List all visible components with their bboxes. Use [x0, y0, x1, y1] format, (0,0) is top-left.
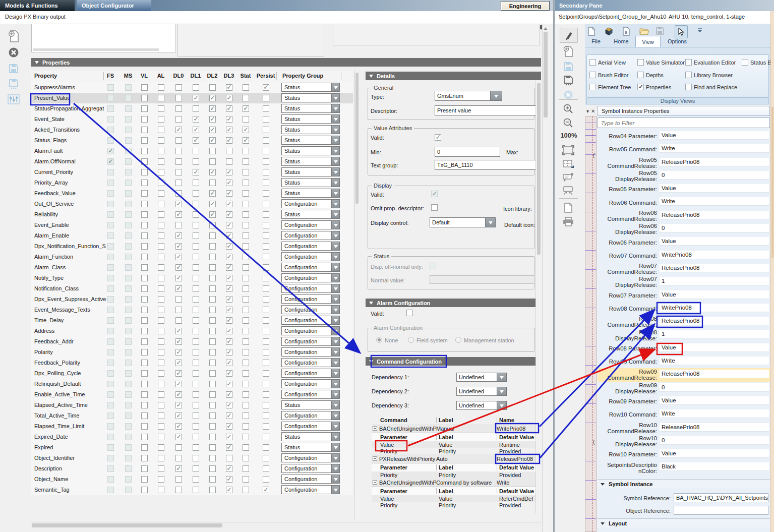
- display-valid-checkbox[interactable]: [431, 191, 438, 197]
- panel-menu-icon[interactable]: ▾: [586, 108, 589, 114]
- checkbox-fs[interactable]: [107, 158, 114, 165]
- ribbon-checkbox-brush-editor[interactable]: [589, 72, 596, 78]
- checkbox-dl0[interactable]: [175, 232, 182, 239]
- checkbox-fs[interactable]: [107, 190, 114, 197]
- checkbox-al[interactable]: [158, 285, 164, 292]
- dropdown-button[interactable]: [331, 252, 340, 261]
- checkbox-vl[interactable]: [141, 190, 148, 197]
- checkbox-stat[interactable]: [243, 190, 249, 197]
- dropdown-button[interactable]: [331, 242, 340, 251]
- fit-to-view-icon[interactable]: [562, 144, 575, 157]
- checkbox-al[interactable]: [158, 201, 164, 207]
- checkbox-dl2[interactable]: [209, 307, 216, 313]
- checkbox-stat[interactable]: [243, 127, 249, 133]
- checkbox-fs[interactable]: [107, 95, 114, 101]
- checkbox-persist[interactable]: [263, 105, 269, 112]
- checkbox-stat[interactable]: [243, 148, 249, 154]
- checkbox-dl3[interactable]: [226, 465, 232, 472]
- property-group-dropdown[interactable]: Configuration: [281, 294, 340, 304]
- checkbox-persist[interactable]: [263, 180, 269, 186]
- property-group-dropdown[interactable]: Status: [281, 432, 340, 441]
- checkbox-vl[interactable]: [141, 105, 148, 112]
- checkbox-stat[interactable]: [243, 444, 249, 451]
- main-vertical-scrollbar[interactable]: [542, 24, 549, 532]
- command-table-row[interactable]: ValueValueRuntime: [372, 441, 540, 448]
- main-horizontal-scrollbar[interactable]: [31, 522, 541, 528]
- checkbox-al[interactable]: [158, 254, 164, 260]
- checkbox-stat[interactable]: [243, 254, 249, 260]
- checkbox-vl[interactable]: [141, 402, 148, 408]
- ribbon-checkbox-value-simulator[interactable]: [637, 59, 644, 66]
- checkbox-dl0[interactable]: [175, 158, 182, 165]
- checkbox-stat[interactable]: [243, 317, 249, 324]
- dropdown-button[interactable]: [331, 443, 340, 452]
- dropdown-button[interactable]: [331, 136, 340, 145]
- sip-row-value[interactable]: ReleasePrio08: [660, 317, 769, 325]
- checkbox-al[interactable]: [158, 95, 164, 101]
- property-row[interactable]: Feedback_PolarityConfiguration: [31, 358, 353, 368]
- checkbox-dl2[interactable]: [209, 84, 216, 91]
- sip-row[interactable]: Row05DisplayRelease:0: [598, 169, 770, 183]
- checkbox-stat[interactable]: [243, 381, 249, 387]
- dropdown-button[interactable]: [331, 369, 340, 378]
- dropdown-button[interactable]: [331, 220, 340, 229]
- checkbox-fs[interactable]: [107, 169, 114, 175]
- dropdown-button[interactable]: [331, 379, 340, 388]
- checkbox-dl3[interactable]: [226, 370, 232, 377]
- sip-row[interactable]: Row06 Command:Write: [598, 196, 770, 209]
- new-document-icon[interactable]: [587, 27, 596, 36]
- toolbar-overflow-icon[interactable]: [697, 28, 703, 33]
- checkbox-ms[interactable]: [125, 211, 132, 218]
- checkbox-al[interactable]: [158, 328, 164, 334]
- property-group-dropdown[interactable]: Status: [281, 167, 340, 176]
- checkbox-fs[interactable]: [107, 360, 114, 366]
- checkbox-dl2[interactable]: [209, 275, 216, 281]
- horizontal-scrollbar-thumb[interactable]: [33, 48, 159, 51]
- property-row[interactable]: StatusPropagation.AggregatStatus: [31, 103, 353, 114]
- checkbox-dl2[interactable]: [209, 465, 216, 472]
- checkbox-dl3[interactable]: [226, 402, 232, 408]
- checkbox-fs[interactable]: [107, 254, 114, 260]
- checkbox-dl2[interactable]: [209, 116, 216, 123]
- sip-row-value[interactable]: Value: [660, 449, 769, 458]
- checkbox-dl3[interactable]: [226, 476, 232, 483]
- checkbox-persist[interactable]: [263, 275, 269, 281]
- collapse-minus-icon[interactable]: [373, 480, 377, 485]
- checkbox-dl2[interactable]: [209, 370, 216, 377]
- checkbox-stat[interactable]: [243, 169, 249, 175]
- property-row[interactable]: Expired_DateStatus: [31, 432, 353, 442]
- checkbox-al[interactable]: [158, 275, 164, 281]
- dropdown-button[interactable]: [497, 401, 507, 410]
- checkbox-vl[interactable]: [141, 487, 148, 493]
- display-control-dropdown[interactable]: Default: [430, 217, 496, 227]
- property-group-dropdown[interactable]: Configuration: [281, 284, 340, 293]
- dropdown-button[interactable]: [331, 146, 340, 155]
- command-table-row[interactable]: ParameterLabelDefault Value: [372, 433, 540, 441]
- properties-section-header[interactable]: Properties: [31, 58, 541, 67]
- checkbox-stat[interactable]: [243, 105, 249, 112]
- checkbox-al[interactable]: [158, 296, 164, 303]
- sip-row[interactable]: Row08CommandRelease:ReleasePrio08: [598, 315, 770, 328]
- checkbox-persist[interactable]: [263, 349, 269, 356]
- checkbox-dl0[interactable]: [175, 116, 182, 123]
- checkbox-fs[interactable]: [107, 264, 114, 271]
- checkbox-persist[interactable]: [263, 423, 269, 430]
- dropdown-button[interactable]: [331, 199, 340, 208]
- checkbox-fs[interactable]: [107, 201, 114, 207]
- object-reference-field[interactable]: [674, 506, 768, 515]
- property-row[interactable]: Acked_TransitionsStatus: [31, 125, 353, 135]
- property-row[interactable]: Dpx_Polling_CycleConfiguration: [31, 368, 353, 379]
- checkbox-dl0[interactable]: [175, 211, 182, 218]
- checkbox-al[interactable]: [158, 455, 164, 461]
- property-group-dropdown[interactable]: Configuration: [281, 263, 340, 272]
- checkbox-vl[interactable]: [141, 328, 148, 334]
- checkbox-ms[interactable]: [125, 169, 132, 175]
- dropdown-button[interactable]: [331, 167, 340, 176]
- checkbox-fs[interactable]: [107, 275, 114, 281]
- checkbox-persist[interactable]: [263, 211, 269, 218]
- dropdown-button[interactable]: [331, 231, 340, 240]
- checkbox-dl1[interactable]: [193, 296, 199, 303]
- dropdown-button[interactable]: [331, 263, 340, 272]
- page-icon[interactable]: [562, 201, 575, 214]
- checkbox-ms[interactable]: [125, 465, 132, 472]
